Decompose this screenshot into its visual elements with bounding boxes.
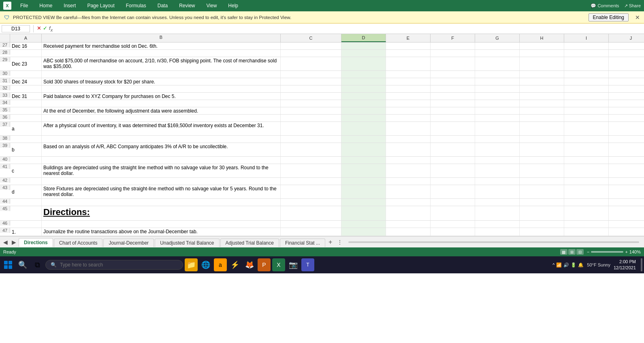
cell[interactable] [475, 93, 520, 100]
insert-function-icon[interactable]: fx [49, 25, 53, 32]
cell[interactable] [386, 115, 431, 121]
cell[interactable] [281, 43, 341, 49]
cell[interactable] [564, 228, 609, 236]
cell[interactable] [281, 206, 341, 220]
cell[interactable] [431, 85, 475, 92]
taskbar-search-bar[interactable]: 🔍 [45, 260, 183, 270]
cell[interactable] [281, 78, 341, 85]
cell[interactable] [609, 78, 644, 85]
menu-file[interactable]: File [18, 2, 30, 9]
comments-button[interactable]: 💬 Comments [591, 3, 619, 9]
cell[interactable]: Dec 16 [10, 43, 42, 49]
cell[interactable] [475, 206, 520, 220]
cell[interactable] [475, 228, 520, 236]
cell[interactable] [475, 199, 520, 206]
cell[interactable] [475, 78, 520, 85]
cell[interactable] [281, 122, 341, 135]
page-break-view-icon[interactable]: ⊟ [576, 249, 584, 255]
cell[interactable] [609, 100, 644, 107]
amazon-icon[interactable]: a [214, 258, 227, 271]
cell[interactable] [520, 93, 564, 100]
cell[interactable] [341, 50, 386, 57]
zoom-slider[interactable] [591, 251, 623, 253]
cell[interactable] [341, 43, 386, 49]
cell[interactable] [564, 178, 609, 185]
cell[interactable]: Buildings are depreciated using the stra… [42, 164, 281, 177]
cell[interactable] [520, 50, 564, 57]
cell[interactable] [386, 221, 431, 228]
cell[interactable] [609, 115, 644, 121]
cell[interactable] [475, 43, 520, 49]
cell[interactable] [520, 107, 564, 114]
cell[interactable] [386, 164, 431, 177]
cell[interactable] [520, 100, 564, 107]
cell[interactable] [341, 85, 386, 92]
cell[interactable] [341, 100, 386, 107]
cell[interactable] [609, 164, 644, 177]
cell[interactable] [281, 185, 341, 198]
cell[interactable]: After a physical count of inventory, it … [42, 122, 281, 135]
cancel-formula-icon[interactable]: ✕ [37, 25, 41, 32]
cell[interactable] [10, 50, 42, 57]
cell[interactable] [341, 78, 386, 85]
cell[interactable] [281, 107, 341, 114]
cell[interactable] [42, 50, 281, 57]
col-header-e[interactable]: E [386, 34, 431, 42]
cell[interactable] [42, 71, 281, 78]
cell[interactable] [386, 136, 431, 143]
cell[interactable] [341, 199, 386, 206]
cell[interactable] [475, 185, 520, 198]
cell[interactable] [564, 221, 609, 228]
cell[interactable] [10, 107, 42, 114]
cell[interactable] [564, 136, 609, 143]
normal-view-icon[interactable]: ▦ [560, 249, 567, 255]
cell[interactable]: Paid balance owed to XYZ Company for pur… [42, 93, 281, 100]
cell[interactable] [564, 43, 609, 49]
cell[interactable] [564, 122, 609, 135]
cell[interactable] [386, 228, 431, 236]
cell[interactable] [386, 199, 431, 206]
cell[interactable] [281, 157, 341, 164]
menu-page-layout[interactable]: Page Layout [85, 2, 117, 9]
cell[interactable] [281, 228, 341, 236]
cell[interactable] [520, 122, 564, 135]
tab-journal-december[interactable]: Journal-December [103, 239, 154, 247]
cell[interactable] [281, 57, 341, 70]
cell[interactable]: Dec 23 [10, 57, 42, 70]
cell[interactable] [609, 107, 644, 114]
cell[interactable] [281, 199, 341, 206]
cell[interactable] [564, 199, 609, 206]
cell[interactable] [564, 85, 609, 92]
cell[interactable] [609, 93, 644, 100]
tab-adjusted-trial-balance[interactable]: Adjusted Trial Balance [220, 239, 279, 247]
cell[interactable] [281, 136, 341, 143]
cell[interactable] [386, 78, 431, 85]
cell[interactable] [341, 115, 386, 121]
cell[interactable] [609, 221, 644, 228]
cell[interactable] [386, 206, 431, 220]
cell[interactable] [520, 78, 564, 85]
cell[interactable] [10, 178, 42, 185]
cell[interactable] [42, 85, 281, 92]
cell[interactable]: At the end of December, the following ad… [42, 107, 281, 114]
cell[interactable] [564, 164, 609, 177]
cell[interactable] [281, 221, 341, 228]
enable-editing-button[interactable]: Enable Editing [589, 13, 629, 21]
cell[interactable] [341, 57, 386, 70]
col-header-f[interactable]: F [431, 34, 475, 42]
cell[interactable] [341, 228, 386, 236]
cell[interactable] [341, 185, 386, 198]
close-protected-bar-button[interactable]: ✕ [635, 14, 640, 21]
cell[interactable] [564, 143, 609, 156]
col-header-j[interactable]: J [609, 34, 644, 42]
cell[interactable] [609, 199, 644, 206]
cell[interactable] [281, 71, 341, 78]
cell[interactable]: b [10, 143, 42, 156]
tab-chart-of-accounts[interactable]: Chart of Accounts [54, 239, 103, 247]
tab-nav-left[interactable]: ◀ [2, 239, 9, 245]
show-hidden-icons[interactable]: ^ [552, 262, 554, 267]
menu-formulas[interactable]: Formulas [124, 2, 149, 9]
cell[interactable] [386, 43, 431, 49]
search-taskbar-icon[interactable]: 🔍 [16, 258, 29, 271]
cell[interactable] [386, 71, 431, 78]
